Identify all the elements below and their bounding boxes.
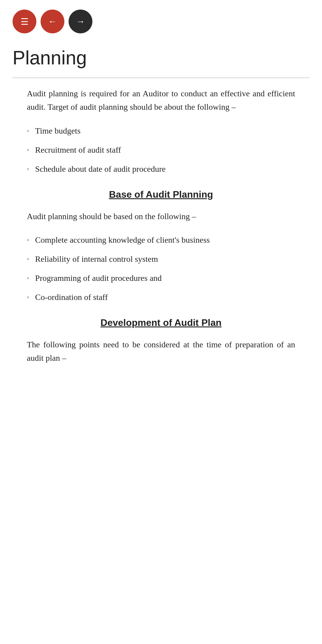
list-item: ◦ Programming of audit procedures and bbox=[27, 272, 295, 284]
bullet-text: Reliability of internal control system bbox=[35, 253, 158, 265]
main-content: Audit planning is required for an Audito… bbox=[0, 87, 322, 365]
bullet-icon: ◦ bbox=[27, 235, 29, 245]
development-section-intro: The following points need to be consider… bbox=[27, 338, 295, 365]
title-divider bbox=[13, 78, 309, 78]
bullet-icon: ◦ bbox=[27, 273, 29, 283]
list-item: ◦ Time budgets bbox=[27, 125, 295, 137]
intro-paragraph: Audit planning is required for an Audito… bbox=[27, 87, 295, 114]
list-item: ◦ Recruitment of audit staff bbox=[27, 144, 295, 156]
list-item: ◦ Complete accounting knowledge of clien… bbox=[27, 234, 295, 246]
bullet-text: Programming of audit procedures and bbox=[35, 272, 162, 284]
menu-button[interactable]: ☰ bbox=[13, 10, 36, 33]
back-icon: ← bbox=[48, 16, 57, 27]
base-section-intro: Audit planning should be based on the fo… bbox=[27, 210, 295, 223]
bullet-text: Complete accounting knowledge of client'… bbox=[35, 234, 210, 246]
base-section-heading: Base of Audit Planning bbox=[27, 187, 295, 202]
bullet-text: Recruitment of audit staff bbox=[35, 144, 121, 156]
back-button[interactable]: ← bbox=[41, 10, 64, 33]
bullet-icon: ◦ bbox=[27, 164, 29, 174]
toolbar: ☰ ← → bbox=[0, 0, 322, 41]
list-item: ◦ Schedule about date of audit procedure bbox=[27, 163, 295, 175]
page-title: Planning bbox=[0, 41, 322, 72]
development-section-heading: Development of Audit Plan bbox=[27, 315, 295, 330]
list-item: ◦ Co-ordination of staff bbox=[27, 291, 295, 304]
bullet-icon: ◦ bbox=[27, 145, 29, 155]
base-bullets-list: ◦ Complete accounting knowledge of clien… bbox=[27, 234, 295, 304]
forward-button[interactable]: → bbox=[69, 10, 92, 33]
menu-icon: ☰ bbox=[21, 16, 29, 27]
forward-icon: → bbox=[76, 16, 85, 27]
bullet-text: Time budgets bbox=[35, 125, 80, 137]
bullet-icon: ◦ bbox=[27, 254, 29, 264]
bullet-icon: ◦ bbox=[27, 126, 29, 136]
target-bullets-list: ◦ Time budgets ◦ Recruitment of audit st… bbox=[27, 125, 295, 175]
bullet-icon: ◦ bbox=[27, 292, 29, 302]
list-item: ◦ Reliability of internal control system bbox=[27, 253, 295, 265]
bullet-text: Co-ordination of staff bbox=[35, 291, 108, 304]
bullet-text: Schedule about date of audit procedure bbox=[35, 163, 166, 175]
